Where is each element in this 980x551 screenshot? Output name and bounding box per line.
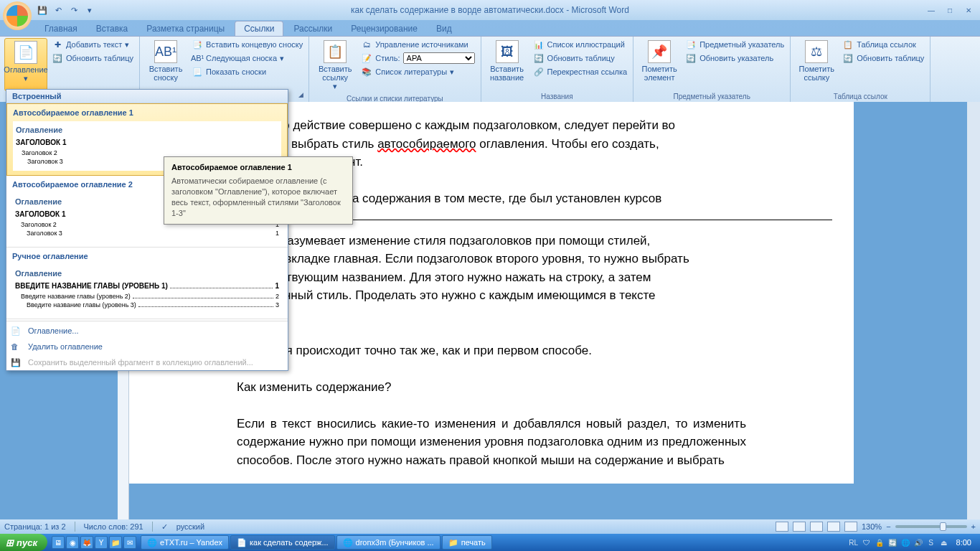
add-text-button[interactable]: ✚Добавить текст ▾ bbox=[50, 38, 135, 51]
citation-icon: 📋 bbox=[324, 40, 347, 63]
mark-citation-button[interactable]: ⚖ Пометить ссылку bbox=[795, 38, 838, 91]
toc-button[interactable]: 📄 Оглавление ▾ bbox=[4, 38, 47, 91]
toc-menu-custom[interactable]: 📄Оглавление... bbox=[6, 323, 288, 339]
qat-dropdown-icon[interactable]: ▾ bbox=[83, 4, 96, 17]
status-language[interactable]: русский bbox=[176, 522, 204, 531]
insert-toa-button[interactable]: 📋Таблица ссылок bbox=[841, 38, 925, 51]
tray-clock[interactable]: 8:00 bbox=[952, 538, 976, 547]
tab-references[interactable]: Ссылки bbox=[235, 21, 283, 36]
view-full-screen[interactable] bbox=[793, 522, 806, 532]
toc-menu-remove[interactable]: 🗑Удалить оглавление bbox=[6, 339, 288, 354]
style-label: Стиль: bbox=[375, 54, 400, 62]
tray-lang[interactable]: RL bbox=[849, 537, 859, 547]
quick-launch: 🖥 ◉ 🦊 Y 📁 ✉ bbox=[52, 536, 136, 549]
ql-yandex-icon[interactable]: Y bbox=[95, 536, 108, 549]
update-index-button[interactable]: 🔄Обновить указатель bbox=[684, 52, 786, 65]
group-index: 📌 Пометить элемент 📑Предметный указатель… bbox=[633, 37, 791, 102]
tray-sync-icon[interactable]: 🔄 bbox=[887, 537, 897, 547]
style-icon: 📝 bbox=[361, 52, 372, 64]
task-dronx3m[interactable]: 🌐 dronx3m (Бунчиков ... bbox=[336, 535, 440, 550]
mark-citation-icon: ⚖ bbox=[805, 40, 828, 63]
refresh-icon: 🔄 bbox=[533, 52, 545, 64]
ql-chrome-icon[interactable]: ◉ bbox=[66, 536, 79, 549]
quick-access-toolbar: 💾 ↶ ↷ ▾ bbox=[36, 4, 96, 17]
footnotes-dialog-launcher[interactable]: ◢ bbox=[298, 91, 307, 100]
tray-shield-icon[interactable]: 🛡 bbox=[862, 537, 872, 547]
style-dropdown[interactable]: APA bbox=[403, 52, 475, 64]
update-figures-button[interactable]: 🔄Обновить таблицу bbox=[532, 52, 629, 65]
update-toa-button[interactable]: 🔄Обновить таблицу bbox=[841, 52, 925, 65]
zoom-level[interactable]: 130% bbox=[862, 522, 882, 531]
zoom-in-button[interactable]: + bbox=[971, 522, 976, 531]
view-print-layout[interactable] bbox=[776, 522, 788, 532]
task-etxt[interactable]: 🌐 eTXT.ru – Yandex bbox=[141, 535, 229, 550]
tab-view[interactable]: Вид bbox=[428, 22, 461, 36]
status-words[interactable]: Число слов: 291 bbox=[84, 522, 143, 531]
undo-icon[interactable]: ↶ bbox=[52, 4, 65, 17]
tray-skype-icon[interactable]: S bbox=[926, 537, 936, 547]
caption-icon: 🖼 bbox=[496, 40, 519, 63]
tab-review[interactable]: Рецензирование bbox=[342, 22, 426, 36]
insert-citation-button[interactable]: 📋 Вставить ссылку▾ bbox=[314, 38, 357, 93]
refresh-icon: 🔄 bbox=[685, 52, 697, 64]
redo-icon[interactable]: ↷ bbox=[67, 4, 80, 17]
save-icon: 💾 bbox=[11, 358, 22, 369]
start-button[interactable]: ⊞пуск bbox=[0, 534, 47, 551]
table-of-figures-button[interactable]: 📊Список иллюстраций bbox=[532, 38, 629, 51]
vertical-scrollbar[interactable] bbox=[967, 102, 980, 519]
next-footnote-button[interactable]: AB¹Следующая сноска ▾ bbox=[190, 52, 304, 65]
next-footnote-icon: AB¹ bbox=[192, 52, 203, 64]
cross-reference-button[interactable]: 🔗Перекрестная ссылка bbox=[532, 65, 629, 78]
chevron-down-icon: ▾ bbox=[24, 74, 28, 83]
toc-gallery-manual[interactable]: Ручное оглавление Оглавление ВВЕДИТЕ НАЗ… bbox=[6, 248, 288, 319]
tray-usb-icon[interactable]: ⏏ bbox=[939, 537, 949, 547]
toc-icon: 📄 bbox=[14, 41, 37, 64]
view-web-layout[interactable] bbox=[810, 522, 823, 532]
office-button[interactable] bbox=[3, 1, 32, 30]
zoom-slider[interactable] bbox=[895, 525, 967, 528]
insert-footnote-label: Вставить сноску bbox=[146, 65, 185, 82]
view-outline[interactable] bbox=[827, 522, 840, 532]
view-draft[interactable] bbox=[844, 522, 857, 532]
tray-network-icon[interactable]: 🌐 bbox=[900, 537, 910, 547]
tab-insert[interactable]: Вставка bbox=[88, 22, 137, 36]
insert-endnote-button[interactable]: 📑Вставить концевую сноску bbox=[190, 38, 304, 51]
insert-index-button[interactable]: 📑Предметный указатель bbox=[684, 38, 786, 51]
restore-button[interactable]: □ bbox=[941, 4, 958, 16]
tab-home[interactable]: Главная bbox=[36, 22, 86, 36]
tab-layout[interactable]: Разметка страницы bbox=[138, 22, 233, 36]
insert-caption-button[interactable]: 🖼 Вставить название bbox=[486, 38, 529, 91]
insert-caption-label: Вставить название bbox=[488, 65, 527, 82]
status-proof-icon[interactable]: ✓ bbox=[161, 522, 168, 532]
update-toc-button[interactable]: 🔄Обновить таблицу bbox=[50, 52, 135, 65]
manage-sources-icon: 🗂 bbox=[361, 39, 372, 50]
task-folder[interactable]: 📁 печать bbox=[442, 535, 492, 550]
task-word[interactable]: 📄 как сделать содерж... bbox=[230, 535, 335, 550]
status-page[interactable]: Страница: 1 из 2 bbox=[4, 522, 66, 531]
tray-antivirus-icon[interactable]: 🔒 bbox=[875, 537, 885, 547]
ql-desktop-icon[interactable]: 🖥 bbox=[52, 536, 65, 549]
citation-style-select[interactable]: 📝 Стиль: APA bbox=[359, 52, 476, 65]
group-index-label: Предметный указатель bbox=[638, 91, 786, 102]
mark-entry-button[interactable]: 📌 Пометить элемент bbox=[638, 38, 681, 91]
bibliography-button[interactable]: 📚Список литературы ▾ bbox=[359, 65, 476, 78]
minimize-button[interactable]: — bbox=[923, 4, 940, 16]
toc-icon: 📄 bbox=[11, 326, 22, 338]
save-icon[interactable]: 💾 bbox=[36, 4, 49, 17]
ql-firefox-icon[interactable]: 🦊 bbox=[80, 536, 93, 549]
show-notes-button[interactable]: 📃Показать сноски bbox=[190, 65, 304, 78]
toc-section-builtin: Встроенный bbox=[6, 90, 288, 103]
manage-sources-button[interactable]: 🗂Управление источниками bbox=[359, 38, 476, 51]
group-toa-label: Таблица ссылок bbox=[795, 91, 925, 102]
remove-icon: 🗑 bbox=[11, 342, 22, 354]
tab-mailings[interactable]: Рассылки bbox=[285, 22, 341, 36]
ql-mail-icon[interactable]: ✉ bbox=[123, 536, 136, 549]
ql-explorer-icon[interactable]: 📁 bbox=[109, 536, 122, 549]
mark-entry-icon: 📌 bbox=[648, 40, 671, 63]
insert-footnote-button[interactable]: AB¹ Вставить сноску bbox=[144, 38, 187, 91]
zoom-thumb[interactable] bbox=[940, 522, 946, 531]
zoom-out-button[interactable]: − bbox=[886, 522, 890, 531]
close-button[interactable]: ✕ bbox=[960, 4, 977, 16]
add-text-icon: ✚ bbox=[52, 39, 63, 50]
tray-volume-icon[interactable]: 🔊 bbox=[913, 537, 923, 547]
